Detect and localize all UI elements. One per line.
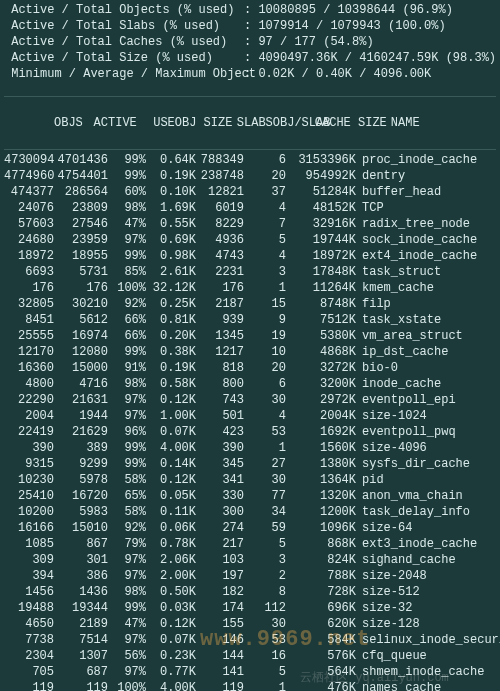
- cell-osize: 0.98K: [146, 248, 196, 264]
- cell-active: 687: [54, 664, 108, 680]
- cell-slabs: 1345: [196, 328, 244, 344]
- cell-objs: 474377: [4, 184, 54, 200]
- cell-ops: 20: [244, 168, 286, 184]
- stat-row: Minimum / Average / Maximum Object: 0.02…: [4, 66, 496, 82]
- cell-slabs: 176: [196, 280, 244, 296]
- cell-objs: 32805: [4, 296, 54, 312]
- cell-active: 27546: [54, 216, 108, 232]
- cell-name: radix_tree_node: [356, 216, 470, 232]
- stat-label: Minimum / Average / Maximum Object: [4, 66, 244, 82]
- cell-csize: 564K: [286, 664, 356, 680]
- cell-use: 92%: [108, 296, 146, 312]
- cell-osize: 0.07K: [146, 424, 196, 440]
- cell-osize: 0.77K: [146, 664, 196, 680]
- cell-use: 97%: [108, 632, 146, 648]
- cell-objs: 25410: [4, 488, 54, 504]
- cell-osize: 0.69K: [146, 232, 196, 248]
- cell-csize: 18972K: [286, 248, 356, 264]
- cell-use: 47%: [108, 616, 146, 632]
- cell-name: size-128: [356, 616, 420, 632]
- stat-row: Active / Total Caches (% used): 97 / 177…: [4, 34, 496, 50]
- cell-osize: 0.10K: [146, 184, 196, 200]
- cell-objs: 2004: [4, 408, 54, 424]
- cell-slabs: 141: [196, 664, 244, 680]
- cell-objs: 9315: [4, 456, 54, 472]
- cell-name: vm_area_struct: [356, 328, 463, 344]
- cell-use: 66%: [108, 312, 146, 328]
- cell-csize: 51284K: [286, 184, 356, 200]
- cell-ops: 15: [244, 296, 286, 312]
- cell-ops: 9: [244, 312, 286, 328]
- cell-active: 16720: [54, 488, 108, 504]
- cell-csize: 1560K: [286, 440, 356, 456]
- stat-value: : 0.02K / 0.40K / 4096.00K: [244, 67, 431, 81]
- cell-objs: 4650: [4, 616, 54, 632]
- cell-objs: 16360: [4, 360, 54, 376]
- cell-use: 97%: [108, 232, 146, 248]
- cell-name: sock_inode_cache: [356, 232, 477, 248]
- table-row: 161661501092%0.06K274591096Ksize-64: [4, 520, 496, 536]
- cell-ops: 8: [244, 584, 286, 600]
- cell-slabs: 341: [196, 472, 244, 488]
- cell-csize: 7512K: [286, 312, 356, 328]
- cell-name: kmem_cache: [356, 280, 434, 296]
- cell-name: filp: [356, 296, 391, 312]
- cell-active: 867: [54, 536, 108, 552]
- cell-csize: 32916K: [286, 216, 356, 232]
- table-row: 6693573185%2.61K2231317848Ktask_struct: [4, 264, 496, 280]
- cell-ops: 20: [244, 360, 286, 376]
- table-row: 30930197%2.06K1033824Ksighand_cache: [4, 552, 496, 568]
- table-row: 4730094470143699%0.64K78834963153396Kpro…: [4, 152, 496, 168]
- cell-objs: 4774960: [4, 168, 54, 184]
- cell-ops: 34: [244, 504, 286, 520]
- cell-ops: 6: [244, 152, 286, 168]
- cell-csize: 1692K: [286, 424, 356, 440]
- cell-ops: 1: [244, 440, 286, 456]
- cell-ops: 1: [244, 280, 286, 296]
- table-row: 246802395997%0.69K4936519744Ksock_inode_…: [4, 232, 496, 248]
- table-row: 8451561266%0.81K93997512Ktask_xstate: [4, 312, 496, 328]
- cell-csize: 17848K: [286, 264, 356, 280]
- table-row: 39438697%2.00K1972788Ksize-2048: [4, 568, 496, 584]
- table-row: 47437728656460%0.10K128213751284Kbuffer_…: [4, 184, 496, 200]
- table-row: 7738751497%0.07K14653584Kselinux_inode_s…: [4, 632, 496, 648]
- cell-name: cfq_queue: [356, 648, 427, 664]
- cell-active: 301: [54, 552, 108, 568]
- cell-name: task_xstate: [356, 312, 441, 328]
- cell-objs: 4800: [4, 376, 54, 392]
- cell-objs: 10200: [4, 504, 54, 520]
- hdr-slabs: SLABS: [225, 115, 273, 131]
- cell-slabs: 155: [196, 616, 244, 632]
- table-row: 10230597858%0.12K341301364Kpid: [4, 472, 496, 488]
- cell-use: 100%: [108, 280, 146, 296]
- cell-use: 99%: [108, 152, 146, 168]
- cell-name: names_cache: [356, 680, 441, 691]
- cell-active: 4701436: [54, 152, 108, 168]
- cell-active: 15000: [54, 360, 108, 376]
- table-row: 224192162996%0.07K423531692Keventpoll_pw…: [4, 424, 496, 440]
- cell-osize: 2.61K: [146, 264, 196, 280]
- cell-slabs: 300: [196, 504, 244, 520]
- cell-ops: 1: [244, 680, 286, 691]
- cell-osize: 0.81K: [146, 312, 196, 328]
- cell-use: 99%: [108, 248, 146, 264]
- cell-slabs: 2231: [196, 264, 244, 280]
- cell-name: size-1024: [356, 408, 427, 424]
- table-row: 176176100%32.12K176111264Kkmem_cache: [4, 280, 496, 296]
- cell-active: 16974: [54, 328, 108, 344]
- cell-osize: 2.00K: [146, 568, 196, 584]
- table-row: 108586779%0.78K2175868Kext3_inode_cache: [4, 536, 496, 552]
- cell-name: size-2048: [356, 568, 427, 584]
- cell-objs: 22290: [4, 392, 54, 408]
- cell-use: 99%: [108, 168, 146, 184]
- cell-objs: 18972: [4, 248, 54, 264]
- cell-active: 23809: [54, 200, 108, 216]
- cell-ops: 30: [244, 616, 286, 632]
- cell-use: 99%: [108, 600, 146, 616]
- cell-osize: 0.12K: [146, 616, 196, 632]
- stat-value: : 97 / 177 (54.8%): [244, 35, 374, 49]
- hdr-csize: CACHE SIZE: [315, 115, 385, 131]
- stat-value: : 4090497.36K / 4160247.59K (98.3%): [244, 51, 496, 65]
- cell-ops: 30: [244, 472, 286, 488]
- cell-name: task_delay_info: [356, 504, 470, 520]
